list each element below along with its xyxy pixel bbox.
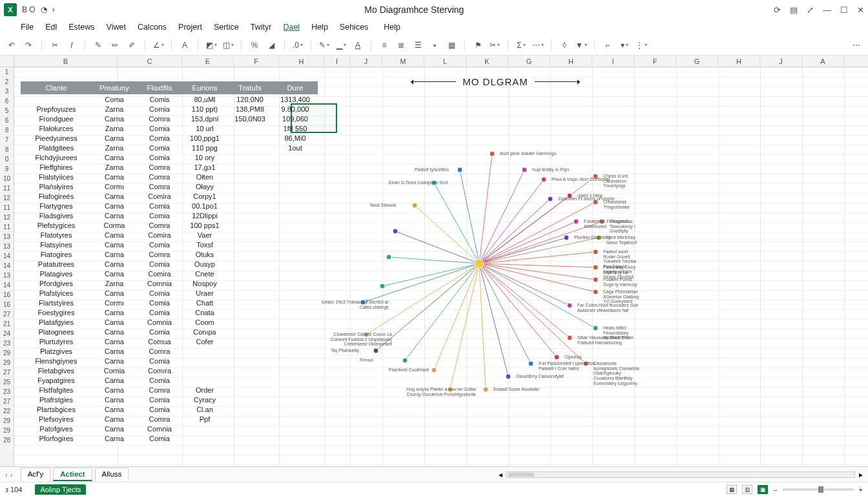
row-header[interactable]: 22	[0, 406, 14, 416]
view-page-button[interactable]: ▥	[742, 485, 752, 494]
menu-item-help[interactable]: Help	[311, 23, 328, 32]
scroll-left-icon[interactable]: ◂	[499, 470, 502, 479]
row-header[interactable]: 16	[0, 300, 14, 309]
pencil-color-icon[interactable]: ✎	[318, 39, 331, 52]
cells-area[interactable]: ClantePreatunyFlaxtfilsEurionsTratufsDur…	[14, 67, 868, 466]
row-header[interactable]: 13	[0, 271, 14, 280]
pen2-icon[interactable]: ✏	[108, 39, 121, 52]
redo-icon[interactable]: ↷	[22, 39, 35, 52]
spreadsheet-grid[interactable]: BCEFHIJMLKGHIFGHJA 123656878091011121112…	[0, 56, 868, 466]
table-icon[interactable]: ▦	[445, 39, 458, 52]
table-row[interactable]: FlartygnesCarnaComia00.1po1	[21, 201, 318, 211]
table-row[interactable]: FlałołurcesZarnaComia10 url1f8 550	[21, 123, 318, 133]
table-row[interactable]: PatatutreesCarnaComiaOusyp	[21, 259, 318, 269]
row-headers[interactable]: 1236568780910111211121113131414131416162…	[0, 67, 14, 466]
column-header[interactable]: A	[802, 56, 844, 67]
table-row[interactable]: FlatsyinesCarnaComiaToxsf	[21, 240, 318, 249]
menu-item-sertice[interactable]: Sertice	[214, 23, 239, 32]
column-header[interactable]: M	[382, 56, 424, 67]
filter-icon[interactable]: ◊	[558, 39, 571, 52]
table-row[interactable]: PforfogiresCarnaComia	[21, 433, 318, 443]
row-header[interactable]: 3	[0, 87, 14, 96]
row-header[interactable]: 25	[0, 377, 14, 387]
row-header[interactable]: 6	[0, 116, 14, 125]
row-header[interactable]: 14	[0, 280, 14, 290]
sheet-tab[interactable]: Acf'y	[21, 468, 51, 481]
menu-item-file[interactable]: File	[21, 23, 34, 32]
column-header[interactable]: G	[508, 56, 550, 67]
table-row[interactable]: PlurtutyresCarnaComuaCofer	[21, 336, 318, 346]
row-header[interactable]: 29	[0, 426, 14, 435]
table-row[interactable]: PlartsbgicesCarnaComiaCl.an	[21, 404, 318, 414]
row-header[interactable]: 13	[0, 242, 14, 251]
menu-item-twityr[interactable]: Twityr	[251, 23, 272, 32]
row-header[interactable]: 27	[0, 397, 14, 406]
table-row[interactable]: FfatotyresCarnaComiraVaer	[21, 230, 318, 240]
table-row[interactable]: FlstfafgitesCarnaComraOrder	[21, 385, 318, 395]
link-icon[interactable]: ⌐	[601, 39, 614, 52]
column-header[interactable]: H	[550, 56, 592, 67]
maximize-button[interactable]: ☐	[840, 5, 848, 15]
table-row[interactable]: PlatzgivesCarnaComra	[21, 346, 318, 356]
horizontal-scrollbar[interactable]	[506, 471, 855, 478]
table-row[interactable]: PfordgivesZarnaComniaNospoy	[21, 278, 318, 288]
table-row[interactable]: FrondgueeCarnaComra153,dpnl150,0N03109,0…	[21, 114, 318, 123]
pen3-icon[interactable]: ✐	[125, 39, 138, 52]
column-header[interactable]: H	[279, 56, 324, 67]
shapes-icon[interactable]: ◩	[205, 39, 218, 52]
column-header[interactable]: C	[118, 56, 182, 67]
column-header[interactable]: E	[182, 56, 234, 67]
menu-item-dael[interactable]: Dael	[283, 23, 300, 32]
column-header[interactable]: F	[234, 56, 279, 67]
select-all-corner[interactable]	[0, 56, 14, 67]
zoom-in-button[interactable]: +	[859, 486, 863, 493]
more-icon[interactable]: ⋯	[532, 39, 544, 52]
column-header[interactable]: F	[634, 56, 676, 67]
column-header[interactable]: L	[424, 56, 466, 67]
autosave-icon[interactable]: ◔	[41, 5, 47, 14]
row-header[interactable]: 12	[0, 193, 14, 203]
table-row[interactable]: FуapatgiresCarnaComia	[21, 375, 318, 385]
menu-item-sehices[interactable]: Sehices	[340, 23, 368, 32]
row-header[interactable]: 16	[0, 290, 14, 300]
row-header[interactable]: 7	[0, 135, 14, 145]
column-header[interactable]: J	[350, 56, 382, 67]
zoom-slider[interactable]	[783, 488, 854, 491]
table-row[interactable]: PlatdgiteesZarnaComia110 ppg1out	[21, 143, 318, 152]
chart-icon[interactable]: ◫	[222, 39, 234, 52]
paintbrush-icon[interactable]: ✂	[48, 39, 61, 52]
column-header[interactable]: H	[718, 56, 760, 67]
table-row[interactable]: FlartstyiresCormıComiaChatt	[21, 298, 318, 307]
row-header[interactable]: 27	[0, 309, 14, 319]
comment-icon[interactable]: ▪	[428, 39, 441, 52]
find-icon[interactable]: ▾	[618, 39, 631, 52]
fill-icon[interactable]: ▁	[335, 39, 347, 52]
sigma-icon[interactable]: Σ	[515, 39, 528, 52]
menu-item-projert[interactable]: Projert	[178, 23, 202, 32]
number-icon[interactable]: .0	[291, 39, 304, 52]
row-header[interactable]: 11	[0, 222, 14, 232]
sheet-tab[interactable]: Actiect	[53, 468, 92, 481]
menu-item-calcons[interactable]: Calcons	[138, 23, 167, 32]
align-center-icon[interactable]: ≣	[395, 39, 408, 52]
expand-icon[interactable]: ⤢	[807, 5, 814, 15]
row-header[interactable]: 14	[0, 261, 14, 271]
row-header[interactable]: 12	[0, 212, 14, 222]
row-header[interactable]: 24	[0, 329, 14, 338]
italic-icon[interactable]: I	[65, 39, 78, 52]
row-header[interactable]: 8	[0, 145, 14, 154]
highlighter-icon[interactable]: ∠	[152, 39, 165, 52]
minimize-button[interactable]: —	[823, 5, 831, 15]
overflow-icon[interactable]: ⋯	[850, 39, 863, 52]
sheet-nav[interactable]: ‹›	[0, 471, 18, 479]
cut-icon[interactable]: ✂	[488, 39, 501, 52]
pen1-icon[interactable]: ✎	[92, 39, 105, 52]
table-row[interactable]: FłafogireésCarnaComiraCorpy1	[21, 191, 318, 201]
align-justify-icon[interactable]: ☰	[411, 39, 424, 52]
table-row[interactable]: PlatagivesCarnaComiraCnete	[21, 269, 318, 278]
table-row[interactable]: PatofgivesCarnaComnia	[21, 424, 318, 433]
eraser-icon[interactable]: ◢	[265, 39, 278, 52]
font-icon[interactable]: A	[178, 39, 191, 52]
zoom-out-button[interactable]: –	[773, 486, 777, 493]
row-header[interactable]: 5	[0, 106, 14, 116]
